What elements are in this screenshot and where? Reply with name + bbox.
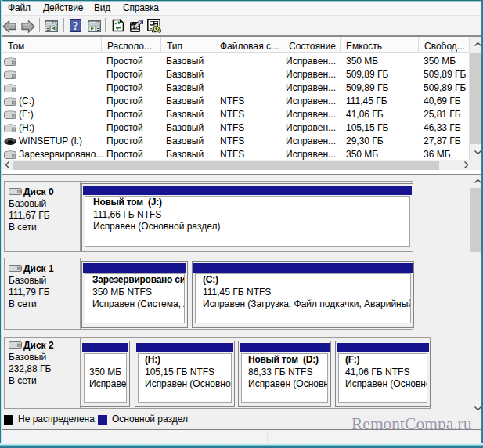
svg-text:?: ? [73, 20, 79, 32]
